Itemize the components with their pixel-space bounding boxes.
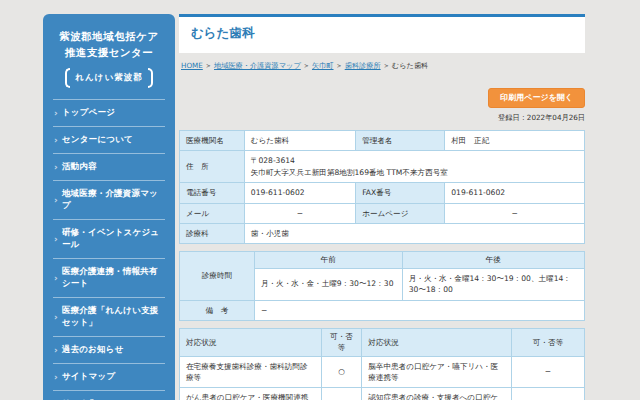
sidebar-item-label: トップページ	[62, 107, 115, 119]
institution-name-label: 医療機関名	[180, 131, 245, 151]
address-label: 住 所	[180, 151, 245, 183]
support-status-table: 対応状況 可・否等 対応状況 可・否等 在宅療養支援歯科診療・歯科訪問診療等 ○…	[179, 328, 585, 400]
clinic-info-table: 医療機関名 むらた歯科 管理者名 村田 正紀 住 所 〒028-3614 矢巾町…	[179, 130, 585, 244]
sidebar-item-resource-map[interactable]: ›地域医療・介護資源マップ	[53, 180, 165, 219]
support-item-dementia-care-value: −	[512, 388, 585, 400]
support-status-header-left: 対応状況	[180, 328, 322, 356]
sidebar-item-label: 過去のお知らせ	[62, 344, 124, 356]
mail-value: −	[244, 203, 355, 223]
main-content: むらた歯科 HOME＞地域医療・介護資源マップ＞矢巾町＞歯科診療所＞むらた歯科 …	[179, 14, 585, 400]
manager-name-value: 村田 正紀	[445, 131, 585, 151]
hours-table: 診療時間 午前 午後 月・火・水・金・土曜9：30〜12：30 月・火・水・金曜…	[179, 251, 585, 321]
registered-date: 登録日：2022年04月26日	[179, 113, 585, 123]
sidebar-item-support-set[interactable]: ›医療介護「れんけい支援セット」	[53, 297, 165, 336]
homepage-value: −	[445, 203, 585, 223]
sidebar-item-info-sharing-sheet[interactable]: ›医療介護連携・情報共有シート	[53, 258, 165, 297]
breadcrumb-separator: ＞	[205, 61, 212, 70]
breadcrumb-link-yahaba[interactable]: 矢巾町	[312, 61, 334, 70]
availability-header-right: 可・否等	[512, 328, 585, 356]
support-item-dementia-care: 認知症患者の診療・支援者への口腔ケア指導	[362, 388, 512, 400]
actions-row: 印刷用ページを開く	[179, 85, 585, 108]
department-label: 診療科	[180, 223, 245, 243]
chevron-right-icon: ›	[54, 372, 58, 382]
sidebar-menu: ›トップページ ›センターについて ›活動内容 ›地域医療・介護資源マップ ›研…	[53, 99, 165, 400]
table-row: がん患者の口腔ケア・医療機関連携等 ○ 認知症患者の診療・支援者への口腔ケア指導…	[180, 388, 585, 400]
homepage-label: ホームページ	[356, 203, 445, 223]
phone-label: 電話番号	[180, 183, 245, 203]
site-subtitle: れんけい紫波郡	[53, 68, 165, 88]
hours-am-value: 月・火・水・金・土曜9：30〜12：30	[254, 268, 402, 300]
sidebar-item-label: 医療介護連携・情報共有シート	[62, 266, 164, 290]
support-item-stroke-care: 脳卒中患者の口腔ケア・嚥下リハ・医療連携等	[362, 356, 512, 388]
hours-note-value: −	[254, 300, 584, 320]
chevron-right-icon: ›	[54, 312, 58, 322]
breadcrumb-current: むらた歯科	[392, 61, 428, 70]
table-row: 住 所 〒028-3614 矢巾町大字又兵エ新田第8地割169番地 TTM不来方…	[180, 151, 585, 183]
site-title-line2: 推進支援センター	[53, 45, 165, 61]
manager-name-label: 管理者名	[356, 131, 445, 151]
bracket-right-icon	[148, 68, 153, 88]
print-page-button[interactable]: 印刷用ページを開く	[488, 88, 585, 108]
table-row: 診療科 歯・小児歯	[180, 223, 585, 243]
chevron-right-icon: ›	[54, 108, 58, 118]
support-item-stroke-care-value: −	[512, 356, 585, 388]
breadcrumb-separator: ＞	[336, 61, 343, 70]
breadcrumb-link-home[interactable]: HOME	[181, 61, 203, 70]
phone-value: 019-611-0602	[244, 183, 355, 203]
sidebar-item-label: センターについて	[62, 134, 133, 146]
table-row: 在宅療養支援歯科診療・歯科訪問診療等 ○ 脳卒中患者の口腔ケア・嚥下リハ・医療連…	[180, 356, 585, 388]
sidebar-item-label: 活動内容	[62, 161, 97, 173]
chevron-right-icon: ›	[54, 135, 58, 145]
sidebar-item-about-center[interactable]: ›センターについて	[53, 126, 165, 153]
mail-label: メール	[180, 203, 245, 223]
address-value: 〒028-3614 矢巾町大字又兵エ新田第8地割169番地 TTM不来方西号室	[244, 151, 584, 183]
hours-am-header: 午前	[254, 252, 402, 268]
table-row: メール − ホームページ −	[180, 203, 585, 223]
breadcrumb-link-dental-clinics[interactable]: 歯科診療所	[345, 61, 381, 70]
breadcrumb: HOME＞地域医療・介護資源マップ＞矢巾町＞歯科診療所＞むらた歯科	[181, 61, 585, 71]
sidebar-item-label: 研修・イベントスケジュール	[62, 227, 164, 251]
page: 紫波郡地域包括ケア 推進支援センター れんけい紫波郡 ›トップページ ›センター…	[0, 0, 640, 400]
breadcrumb-link-resource-map[interactable]: 地域医療・介護資源マップ	[214, 61, 301, 70]
institution-name-value: むらた歯科	[244, 131, 355, 151]
chevron-right-icon: ›	[54, 345, 58, 355]
sidebar-item-activities[interactable]: ›活動内容	[53, 153, 165, 180]
site-subtitle-label: れんけい紫波郡	[73, 72, 144, 84]
hours-note-label: 備 考	[180, 300, 255, 320]
sidebar-item-label: 地域医療・介護資源マップ	[62, 188, 164, 212]
support-item-cancer-care: がん患者の口腔ケア・医療機関連携等	[180, 388, 322, 400]
chevron-right-icon: ›	[54, 195, 58, 205]
chevron-right-icon: ›	[54, 273, 58, 283]
table-row: 備 考 −	[180, 300, 585, 320]
site-title: 紫波郡地域包括ケア 推進支援センター	[53, 29, 165, 61]
support-status-header-right: 対応状況	[362, 328, 512, 356]
support-item-home-dental: 在宅療養支援歯科診療・歯科訪問診療等	[180, 356, 322, 388]
fax-label: FAX番号	[356, 183, 445, 203]
table-row: 電話番号 019-611-0602 FAX番号 019-611-0602	[180, 183, 585, 203]
table-row: 対応状況 可・否等 対応状況 可・否等	[180, 328, 585, 356]
availability-header-left: 可・否等	[321, 328, 362, 356]
sidebar-item-links[interactable]: ›リンク集	[53, 390, 165, 400]
department-value: 歯・小児歯	[244, 223, 584, 243]
sidebar-item-event-schedule[interactable]: ›研修・イベントスケジュール	[53, 219, 165, 258]
bracket-left-icon	[65, 68, 70, 88]
page-title: むらた歯科	[179, 14, 585, 53]
support-item-cancer-care-value: ○	[321, 388, 362, 400]
chevron-right-icon: ›	[54, 162, 58, 172]
support-item-home-dental-value: ○	[321, 356, 362, 388]
sidebar-item-label: サイトマップ	[62, 371, 115, 383]
sidebar-panel: 紫波郡地域包括ケア 推進支援センター れんけい紫波郡 ›トップページ ›センター…	[43, 14, 175, 400]
sidebar-item-top-page[interactable]: ›トップページ	[53, 99, 165, 126]
table-row: 診療時間 午前 午後	[180, 252, 585, 268]
chevron-right-icon: ›	[54, 234, 58, 244]
address-text: 矢巾町大字又兵エ新田第8地割169番地 TTM不来方西号室	[251, 167, 578, 178]
breadcrumb-separator: ＞	[383, 61, 390, 70]
hours-pm-value: 月・火・水・金曜14：30〜19：00、土曜14：30〜18：00	[402, 268, 584, 300]
hours-pm-header: 午後	[402, 252, 584, 268]
address-postal-code: 〒028-3614	[251, 155, 578, 166]
sidebar-item-label: 医療介護「れんけい支援セット」	[62, 305, 164, 329]
sidebar-item-sitemap[interactable]: ›サイトマップ	[53, 363, 165, 390]
breadcrumb-separator: ＞	[303, 61, 310, 70]
sidebar-item-past-news[interactable]: ›過去のお知らせ	[53, 336, 165, 363]
site-title-line1: 紫波郡地域包括ケア	[53, 29, 165, 45]
